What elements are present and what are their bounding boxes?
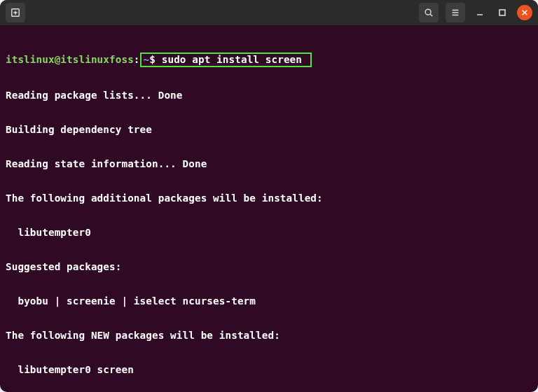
output-line: Suggested packages:	[6, 261, 532, 272]
svg-point-3	[425, 9, 431, 15]
command-text: sudo apt install screen	[162, 54, 302, 65]
menu-button[interactable]	[446, 3, 465, 22]
prompt-path: ~	[144, 54, 150, 65]
close-button[interactable]	[517, 5, 532, 20]
output-line: byobu | screenie | iselect ncurses-term	[6, 295, 532, 307]
output-line: libutempter0 screen	[6, 364, 532, 375]
output-line: Reading state information... Done	[6, 158, 532, 169]
terminal-body[interactable]: itslinux@itslinuxfoss:~$ sudo apt instal…	[0, 25, 538, 392]
search-button[interactable]	[419, 3, 439, 22]
output-line: libutempter0	[6, 227, 532, 238]
output-line: The following NEW packages will be insta…	[6, 330, 532, 341]
maximize-button[interactable]	[495, 5, 510, 20]
output-line: Building dependency tree	[6, 124, 532, 135]
new-tab-button[interactable]	[6, 3, 25, 22]
titlebar	[0, 0, 538, 25]
command-highlight-box: ~$ sudo apt install screen	[140, 52, 312, 67]
svg-rect-9	[499, 10, 505, 15]
minimize-button[interactable]	[472, 5, 488, 20]
output-line: Reading package lists... Done	[6, 90, 532, 101]
terminal-window: itslinux@itslinuxfoss:~$ sudo apt instal…	[0, 0, 538, 392]
svg-line-4	[430, 14, 432, 16]
output-line: The following additional packages will b…	[6, 192, 532, 204]
prompt-line: itslinux@itslinuxfoss:~$ sudo apt instal…	[6, 52, 532, 67]
prompt-user-host: itslinux@itslinuxfoss	[6, 54, 134, 65]
